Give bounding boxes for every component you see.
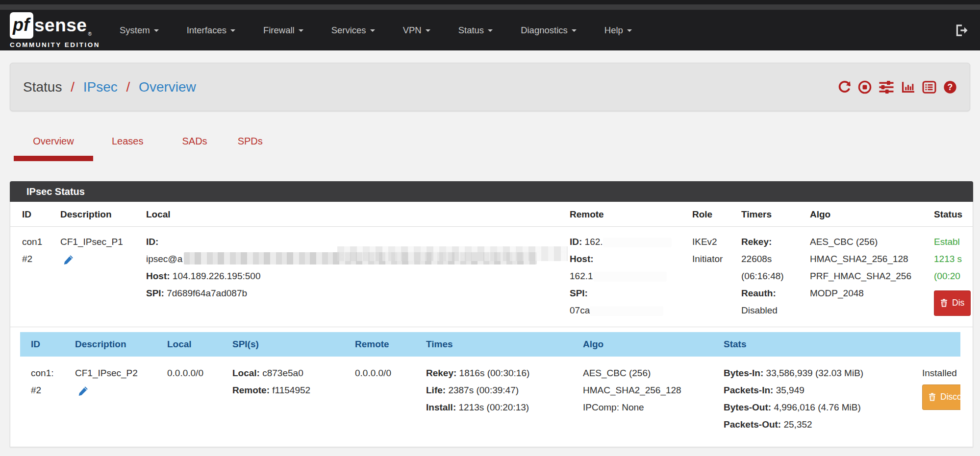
col-timers: Timers: [729, 202, 798, 227]
status-time2: (00:20: [934, 267, 968, 285]
cell-times: Rekey: 1816s (00:30:16) Life: 2387s (00:…: [415, 357, 572, 442]
child-status-text: Installed: [922, 364, 956, 382]
help-icon[interactable]: ?: [943, 80, 957, 94]
nav-item-system[interactable]: System: [120, 25, 159, 36]
logo-sense-text: sense: [34, 15, 87, 36]
chevron-down-icon: [426, 29, 430, 32]
disconnect-button[interactable]: Dis: [934, 290, 971, 316]
chevron-down-icon: [230, 29, 235, 32]
breadcrumb-panel: Status / IPsec / Overview: [10, 63, 970, 111]
sign-out-icon[interactable]: [955, 24, 968, 37]
cell-remote: ID: 162. Host: 162.1 SPI: 07ca: [558, 227, 680, 327]
tab-sads[interactable]: SADs: [182, 136, 207, 156]
chevron-down-icon: [488, 29, 493, 32]
logo-pf-box: pf: [10, 12, 33, 39]
ipsec-status-panel: IPsec Status ID Description Local Remote…: [10, 181, 973, 447]
stop-icon[interactable]: [858, 80, 872, 94]
remote-host-value: 162.1: [570, 267, 676, 285]
cell-description: CF1_IPsec_P1: [49, 227, 134, 327]
edit-pencil-icon[interactable]: [63, 253, 74, 270]
tab-overview[interactable]: Overview: [14, 136, 93, 161]
cell-timers: Rekey: 22608s (06:16:48) Reauth: Disable…: [729, 227, 798, 327]
nav-item-help[interactable]: Help: [604, 25, 632, 36]
redacted-value: [590, 306, 663, 316]
status-state: Establ: [934, 233, 968, 250]
nav-item-vpn[interactable]: VPN: [403, 25, 430, 36]
nav-menu: System Interfaces Firewall Services VPN …: [120, 25, 660, 36]
nav-item-firewall[interactable]: Firewall: [263, 25, 303, 36]
redacted-value: [337, 246, 568, 261]
ike-sa-table: ID Description Local Remote Role Timers …: [10, 202, 973, 327]
local-id-value: ipsec@a: [146, 250, 553, 267]
col-description: Description: [49, 202, 134, 227]
cell-child-status: Installed: [911, 357, 960, 442]
page-action-icons: ?: [837, 80, 957, 94]
sliders-icon[interactable]: [879, 80, 894, 94]
cell-spis: Local: c873e5a0 Remote: f1154952: [222, 357, 344, 442]
svg-text:?: ?: [948, 82, 953, 92]
breadcrumb-root: Status: [23, 79, 62, 95]
refresh-icon[interactable]: [837, 80, 851, 94]
col-stats: Stats: [713, 332, 911, 357]
cell-description: CF1_IPsec_P2: [64, 357, 156, 442]
redacted-value: [593, 272, 667, 282]
breadcrumb-separator: /: [122, 79, 135, 95]
window-divider-strip: [0, 4, 980, 10]
tab-leases[interactable]: Leases: [112, 136, 144, 156]
local-spi: SPI: 7d689f64a7ad087b: [146, 285, 553, 302]
col-local: Local: [156, 332, 222, 357]
trash-icon: [929, 393, 936, 401]
table-header-row: ID Description Local Remote Role Timers …: [10, 202, 973, 227]
chevron-down-icon: [627, 29, 632, 32]
breadcrumb-separator: /: [66, 79, 79, 95]
col-remote: Remote: [344, 332, 415, 357]
redacted-value: [603, 238, 672, 247]
cell-role: IKEv2 Initiator: [680, 227, 729, 327]
logo-registered-mark: ®: [88, 31, 91, 37]
browser-top-strip: [0, 0, 980, 4]
cell-local: 0.0.0.0/0: [156, 357, 222, 442]
cell-algo: AES_CBC (256) HMAC_SHA2_256_128 PRF_HMAC…: [798, 227, 922, 327]
pfsense-wordmark: pfsense®: [10, 12, 100, 39]
tab-spds[interactable]: SPDs: [238, 136, 263, 156]
nav-item-status[interactable]: Status: [458, 25, 493, 36]
disconnect-child-button[interactable]: Disco: [922, 384, 960, 410]
cell-id: con1 #2: [10, 227, 49, 327]
cell-stats: Bytes-In: 33,586,939 (32.03 MiB) Packets…: [713, 357, 911, 442]
panel-title: IPsec Status: [10, 181, 973, 202]
nav-item-services[interactable]: Services: [331, 25, 375, 36]
child-header-row: ID Description Local SPI(s) Remote Times…: [20, 332, 960, 357]
nav-item-diagnostics[interactable]: Diagnostics: [521, 25, 577, 36]
breadcrumb: Status / IPsec / Overview: [23, 79, 196, 95]
col-times: Times: [415, 332, 572, 357]
col-status: Status: [922, 202, 973, 227]
col-algo: Algo: [798, 202, 922, 227]
col-description: Description: [64, 332, 156, 357]
pfsense-logo[interactable]: pfsense® COMMUNITY EDITION: [10, 12, 100, 48]
breadcrumb-link-overview[interactable]: Overview: [139, 79, 196, 95]
cell-status: Establ 1213 s (00:20: [922, 227, 973, 327]
remote-spi-value: 07ca: [570, 302, 676, 319]
cell-id: con1: #2: [20, 357, 64, 442]
status-time: 1213 s: [934, 250, 968, 267]
log-list-icon[interactable]: [922, 80, 936, 94]
trash-icon: [940, 299, 948, 307]
col-algo: Algo: [572, 332, 713, 357]
col-child-status: [911, 332, 960, 357]
cell-algo: AES_CBC (256) HMAC_SHA2_256_128 IPComp: …: [572, 357, 713, 442]
cell-local: ID: ipsec@a Host: 104.189.226.195:500 SP…: [134, 227, 558, 327]
remote-id: ID: 162.: [570, 233, 676, 250]
ipsec-tabs: Overview Leases SADs SPDs: [14, 136, 980, 161]
chevron-down-icon: [154, 29, 159, 32]
col-local: Local: [134, 202, 558, 227]
edit-pencil-icon[interactable]: [78, 384, 89, 402]
child-sa-table: ID Description Local SPI(s) Remote Times…: [20, 332, 960, 442]
panel-body: ID Description Local Remote Role Timers …: [10, 202, 973, 447]
bar-chart-icon[interactable]: [901, 80, 915, 94]
chevron-down-icon: [299, 29, 303, 32]
breadcrumb-link-ipsec[interactable]: IPsec: [83, 79, 118, 95]
chevron-down-icon: [370, 29, 375, 32]
col-id: ID: [20, 332, 64, 357]
nav-item-interfaces[interactable]: Interfaces: [187, 25, 235, 36]
child-sa-section: ID Description Local SPI(s) Remote Times…: [20, 332, 960, 442]
